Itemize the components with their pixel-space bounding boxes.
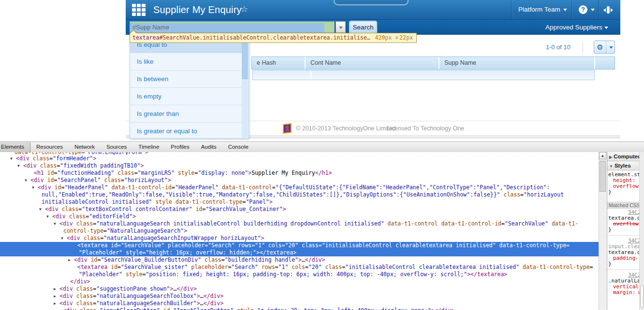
- chevron-down-icon[interactable]: [604, 27, 608, 29]
- tooltip-tag: textarea: [132, 34, 159, 41]
- app-window: Supplier My Enquiry ☆ Platform Team ? #S…: [126, 0, 620, 139]
- favourite-star-icon[interactable]: ☆: [240, 4, 248, 14]
- page-title: Supplier My Enquiry: [153, 0, 242, 19]
- devtools-code-line[interactable]: ▼<div id="HeaderPanel" data-t1-control-i…: [0, 184, 599, 191]
- devtools-panel: ElementsResourcesNetworkSourcesTimelineP…: [0, 141, 644, 310]
- devtools-tab-profiles[interactable]: Profiles: [165, 142, 195, 152]
- collapse-arrow-icon[interactable]: ▶: [54, 285, 56, 293]
- help-icon[interactable]: ?: [579, 5, 587, 14]
- devtools-code-line[interactable]: ▼<div class="fixedWidth paddingTB10">: [0, 162, 599, 169]
- devtools-code-line[interactable]: ▶<div id="SearchValue_BuilderButtonDiv" …: [0, 256, 599, 264]
- devtools-code-line[interactable]: ▶<div class="naturalLanguageSearchBuilde…: [0, 300, 599, 307]
- expand-arrow-icon[interactable]: ▼: [10, 155, 13, 162]
- devtools-tab-timeline[interactable]: Timeline: [132, 142, 165, 152]
- operator-option[interactable]: Is like: [130, 53, 242, 70]
- devtools-code-line[interactable]: </div>: [0, 278, 599, 285]
- devtools-code-line[interactable]: ▼<div id="SearchPanel" class="horizLayou…: [0, 177, 599, 184]
- operator-option[interactable]: Is greater than: [130, 105, 242, 123]
- filter-cell[interactable]: [253, 70, 311, 80]
- operator-option[interactable]: Is empty: [130, 88, 242, 105]
- column-header[interactable]: [595, 57, 615, 69]
- chevron-down-icon[interactable]: [563, 9, 567, 11]
- chevron-down-icon[interactable]: [609, 46, 613, 49]
- scroll-up-icon[interactable]: ▲: [599, 152, 606, 159]
- logout-icon[interactable]: [603, 6, 613, 14]
- css-property[interactable]: margin: ▶: [607, 290, 644, 296]
- expand-arrow-icon[interactable]: ▼: [32, 184, 34, 191]
- collapse-arrow-icon[interactable]: ▶: [54, 300, 56, 307]
- css-property[interactable]: overflow: [607, 221, 644, 227]
- devtools-tab-bar: ElementsResourcesNetworkSourcesTimelineP…: [0, 142, 644, 153]
- search-dropdown-button[interactable]: [336, 21, 346, 33]
- scrollbar-thumb[interactable]: [242, 37, 248, 79]
- table-filter-row: [252, 70, 595, 80]
- devtools-code-line[interactable]: ▶<div class="naturalLanguageSearchToolbo…: [0, 293, 599, 300]
- devtools-code-line[interactable]: ▶<div class="suggestionPane shown">…</di…: [0, 285, 599, 293]
- devtools-tab-resources[interactable]: Resources: [30, 142, 69, 152]
- scrollbar-thumb[interactable]: [640, 285, 644, 308]
- devtools-code-line[interactable]: initialisableControl initialised" style …: [0, 198, 599, 206]
- expand-arrow-icon[interactable]: ▼: [17, 162, 20, 169]
- devtools-code-line[interactable]: ▼<div class="editorField">: [0, 213, 599, 220]
- devtools-tab-network[interactable]: Network: [69, 142, 101, 152]
- css-selector[interactable]: }: [607, 189, 644, 195]
- topbar-divider: [511, 0, 512, 19]
- gear-icon[interactable]: ⚙: [594, 41, 606, 53]
- sidebar-scrollbar[interactable]: [639, 152, 644, 310]
- devtools-tab-sources[interactable]: Sources: [101, 142, 132, 152]
- devtools-tab-elements[interactable]: Elements: [0, 142, 30, 152]
- matched-css-rules-header: Matched CSS R: [607, 202, 644, 209]
- search-button[interactable]: Search: [349, 21, 377, 34]
- devtools-code-line[interactable]: ▼<div class="naturalLanguageSearchInputW…: [0, 235, 599, 242]
- devtools-code-line[interactable]: <textarea id="SearchValue_sister" placeh…: [0, 264, 599, 271]
- collapse-arrow-icon[interactable]: ▶: [68, 256, 71, 264]
- column-header[interactable]: Cont Name: [306, 57, 439, 69]
- devtools-tab-audits[interactable]: Audits: [195, 142, 222, 152]
- scrollbar-thumb[interactable]: [600, 161, 606, 192]
- expand-arrow-icon[interactable]: ▼: [46, 213, 49, 220]
- expand-arrow-icon[interactable]: ▼: [39, 206, 42, 213]
- devtools-code-line[interactable]: ▼<div class="textBoxControl controlConta…: [0, 206, 599, 213]
- column-header[interactable]: Supp Name: [439, 57, 595, 69]
- devtools-scrollbar[interactable]: ▲: [599, 152, 606, 310]
- collapse-arrow-icon[interactable]: ▶: [54, 293, 56, 300]
- search-input-value: #Supp Name: [132, 22, 169, 33]
- devtools-code-line[interactable]: null,"Enabled":true,"ReadOnly":false,"Vi…: [0, 191, 599, 198]
- devtools-code-line[interactable]: <div class="inputClearButton" id="InputC…: [0, 307, 599, 310]
- apps-grid-icon[interactable]: [132, 4, 146, 16]
- filter-cell[interactable]: [311, 70, 594, 80]
- styles-section-header[interactable]: ▼Styles: [607, 161, 644, 170]
- css-property[interactable]: padding-: [607, 255, 644, 261]
- devtools-code-line[interactable]: control-type="NaturalLanguageSearch">: [0, 227, 599, 235]
- css-selector[interactable]: }: [607, 227, 644, 233]
- devtools-code-line[interactable]: ▼<div class="formHeader">: [0, 155, 599, 162]
- tooltip-height: 22: [399, 34, 406, 41]
- devtools-code-line[interactable]: ▼<div class="naturalLanguageSearch initi…: [0, 220, 599, 227]
- chevron-down-icon[interactable]: [591, 9, 595, 11]
- operator-option[interactable]: Is between: [130, 70, 242, 88]
- chevron-right-icon: ▶: [609, 155, 612, 159]
- grid-settings-button[interactable]: ⚙: [594, 41, 615, 54]
- css-property[interactable]: overflow: [607, 183, 644, 189]
- operator-option[interactable]: Is greater or equal to: [130, 123, 242, 139]
- expand-arrow-icon[interactable]: ▼: [61, 235, 63, 242]
- devtools-code-line[interactable]: "Placeholder" style="position: fixed; he…: [0, 271, 599, 278]
- column-header[interactable]: e Hash: [252, 57, 306, 69]
- search-input[interactable]: #Supp Name: [130, 21, 335, 33]
- dropdown-scrollbar[interactable]: [242, 37, 248, 138]
- devtools-tab-console[interactable]: Console: [222, 142, 254, 152]
- devtools-code-line[interactable]: "Placeholder" style="height: 16px; overf…: [0, 249, 599, 256]
- copyright-text: © 2010-2013 TechnologyOne Limited: [296, 121, 395, 136]
- css-selector[interactable]: }: [607, 261, 644, 267]
- expand-arrow-icon[interactable]: ▼: [25, 177, 27, 184]
- user-menu[interactable]: Platform Team: [518, 0, 560, 19]
- computed-style-section-header[interactable]: ▶Computed Style: [607, 152, 644, 161]
- expand-arrow-icon[interactable]: ▼: [54, 220, 56, 227]
- screen: Supplier My Enquiry ☆ Platform Team ? #S…: [0, 0, 644, 310]
- devtools-code-line[interactable]: <textarea id="SearchValue" placeholder="…: [0, 242, 599, 249]
- devtools-code-line[interactable]: <h1 id="functionHeading" class="marginLR…: [0, 169, 599, 177]
- global-search-box[interactable]: [334, 0, 409, 5]
- view-selector[interactable]: Approved Suppliers: [545, 20, 602, 35]
- devtools-elements-tree: data-t1-control-type="Form.EnquiryForm">…: [0, 152, 599, 310]
- inspect-highlight-padding: [324, 23, 334, 32]
